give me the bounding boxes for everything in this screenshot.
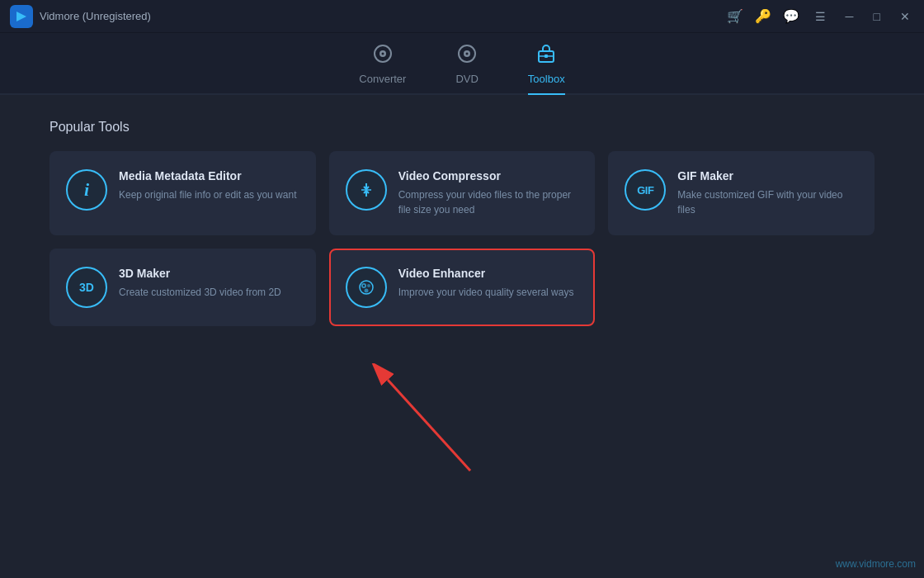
svg-rect-9 <box>544 54 548 58</box>
tool-card-media-metadata-editor[interactable]: i Media Metadata Editor Keep original fi… <box>50 151 316 235</box>
video-compressor-info: Video Compressor Compress your video fil… <box>398 169 579 217</box>
gif-maker-desc: Make customized GIF with your video file… <box>677 187 858 217</box>
tool-card-gif-maker[interactable]: GIF GIF Maker Make customized GIF with y… <box>608 151 874 235</box>
close-icon[interactable]: ✕ <box>896 8 914 25</box>
svg-point-16 <box>364 289 368 293</box>
3d-maker-info: 3D Maker Create customized 3D video from… <box>119 267 299 300</box>
toolbox-icon <box>535 43 557 69</box>
video-enhancer-icon <box>346 267 387 308</box>
tab-toolbox[interactable]: Toolbox <box>528 43 565 95</box>
tab-dvd-label: DVD <box>455 73 478 85</box>
tool-card-3d-maker[interactable]: 3D 3D Maker Create customized 3D video f… <box>50 249 316 326</box>
titlebar: Vidmore (Unregistered) 🛒 🔑 💬 ☰ ─ □ ✕ <box>0 0 924 33</box>
nav-tabs: Converter DVD Toolbox <box>0 33 924 95</box>
tab-toolbox-label: Toolbox <box>528 73 565 85</box>
tool-card-video-compressor[interactable]: Video Compressor Compress your video fil… <box>329 151 596 235</box>
gif-maker-name: GIF Maker <box>677 169 858 182</box>
key-icon[interactable]: 🔑 <box>755 8 771 24</box>
media-metadata-editor-info: Media Metadata Editor Keep original file… <box>119 169 299 202</box>
video-compressor-desc: Compress your video files to the proper … <box>398 187 579 217</box>
media-metadata-editor-icon: i <box>66 169 107 211</box>
video-compressor-name: Video Compressor <box>398 169 579 182</box>
svg-point-17 <box>362 285 364 287</box>
tab-converter[interactable]: Converter <box>359 43 406 95</box>
app-logo-icon <box>10 5 33 28</box>
gif-maker-icon: GIF <box>625 169 666 211</box>
converter-icon <box>372 43 394 69</box>
video-enhancer-info: Video Enhancer Improve your video qualit… <box>398 267 579 300</box>
svg-point-3 <box>381 53 384 55</box>
maximize-icon[interactable]: □ <box>870 8 884 25</box>
gif-maker-info: GIF Maker Make customized GIF with your … <box>677 169 858 217</box>
tab-dvd[interactable]: DVD <box>455 43 478 95</box>
arrow-annotation <box>363 363 495 479</box>
svg-point-6 <box>466 53 469 55</box>
video-compressor-icon <box>346 169 387 211</box>
main-content: Popular Tools i Media Metadata Editor Ke… <box>0 95 924 351</box>
titlebar-left: Vidmore (Unregistered) <box>10 5 151 28</box>
watermark: www.vidmore.com <box>836 558 916 570</box>
cart-icon[interactable]: 🛒 <box>727 8 743 24</box>
3d-maker-name: 3D Maker <box>119 267 299 280</box>
svg-line-19 <box>388 380 470 471</box>
3d-maker-desc: Create customized 3D video from 2D <box>119 285 299 300</box>
3d-maker-icon: 3D <box>66 267 107 308</box>
titlebar-controls: 🛒 🔑 💬 ☰ ─ □ ✕ <box>727 8 914 25</box>
video-enhancer-name: Video Enhancer <box>398 267 579 280</box>
tab-converter-label: Converter <box>359 73 406 85</box>
tool-card-video-enhancer[interactable]: Video Enhancer Improve your video qualit… <box>329 249 596 326</box>
video-enhancer-desc: Improve your video quality several ways <box>398 285 579 300</box>
media-metadata-editor-desc: Keep original file info or edit as you w… <box>119 187 299 202</box>
menu-icon[interactable]: ☰ <box>811 8 830 25</box>
tool-grid: i Media Metadata Editor Keep original fi… <box>50 151 874 326</box>
chat-icon[interactable]: 💬 <box>783 8 799 24</box>
section-title: Popular Tools <box>50 120 874 135</box>
svg-point-15 <box>367 284 370 287</box>
minimize-icon[interactable]: ─ <box>842 8 858 25</box>
media-metadata-editor-name: Media Metadata Editor <box>119 169 299 182</box>
dvd-icon <box>456 43 478 69</box>
app-title: Vidmore (Unregistered) <box>40 10 151 22</box>
